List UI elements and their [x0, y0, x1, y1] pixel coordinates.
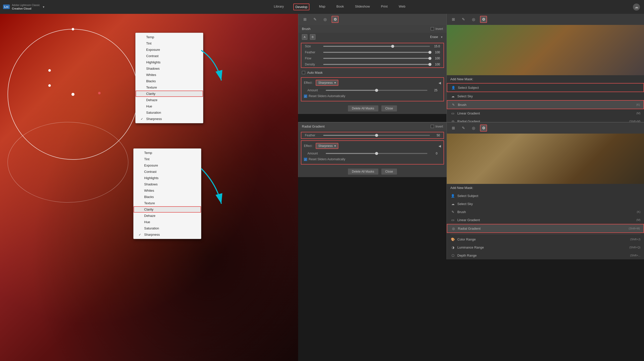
settings-icon[interactable]: ⚙ — [332, 16, 339, 23]
invert-checkbox[interactable] — [431, 27, 434, 30]
gradient-handle-2[interactable] — [48, 84, 51, 87]
linear-gradient-option[interactable]: ▭ Linear Gradient (M) — [447, 109, 644, 117]
radial-reset-checkbox[interactable]: ✓ — [304, 158, 307, 161]
circle-top-handle[interactable] — [72, 28, 74, 30]
feather-radial-thumb[interactable] — [375, 134, 378, 137]
nav-map[interactable]: Map — [317, 4, 327, 10]
radial-effect-dropdown[interactable]: Sharpness ▾ — [316, 143, 338, 149]
radial-collapse-arrow[interactable]: ◀ — [438, 144, 441, 148]
nav-slideshow[interactable]: Slideshow — [353, 4, 371, 10]
nav-web[interactable]: Web — [397, 4, 407, 10]
linear-option-bot[interactable]: ▭ Linear Gradient (M) — [447, 216, 644, 224]
eye-icon-2[interactable]: ◎ — [470, 16, 477, 23]
brush-a-button[interactable]: A — [302, 34, 307, 40]
nav-library[interactable]: Library — [272, 4, 286, 10]
menu-item-texture-bot[interactable]: Texture — [134, 200, 201, 206]
menu-item-whites-top[interactable]: Whites — [136, 72, 203, 78]
menu-item-exposure-bot[interactable]: Exposure — [134, 162, 201, 169]
menu-item-shadows-bot[interactable]: Shadows — [134, 181, 201, 187]
effect-dropdown[interactable]: Sharpness ▾ — [316, 80, 338, 86]
menu-item-clarity-bot[interactable]: Clarity — [134, 206, 201, 213]
size-slider-track[interactable] — [323, 46, 430, 47]
settings-icon-3[interactable]: ⚙ — [480, 125, 487, 132]
menu-item-saturation-bot[interactable]: Saturation — [134, 225, 201, 231]
select-sky-option[interactable]: ☁ Select Sky — [447, 92, 644, 100]
radial-amount-track[interactable] — [326, 153, 427, 154]
gradient-handle-3[interactable] — [98, 92, 101, 94]
app-logo: Lrc Adobe Lightroom Classic Creative Clo… — [0, 4, 50, 10]
feather-radial-track[interactable] — [323, 135, 430, 136]
select-subject-option[interactable]: 👤 Select Subject — [447, 83, 644, 92]
menu-item-hue-bot[interactable]: Hue — [134, 219, 201, 225]
feather-slider-thumb[interactable] — [428, 51, 431, 54]
settings-icon-2[interactable]: ⚙ — [480, 16, 487, 23]
depth-range-option[interactable]: ⬡ Depth Range (Shift+... — [447, 251, 644, 259]
menu-item-dehaze-bot[interactable]: Dehaze — [134, 213, 201, 219]
radial-amount-thumb[interactable] — [375, 152, 378, 155]
nav-develop[interactable]: Develop — [293, 4, 309, 10]
brush-b-button[interactable]: B — [310, 34, 315, 40]
brush-option-top[interactable]: ✎ Brush (K) — [447, 100, 644, 109]
nav-print[interactable]: Print — [379, 4, 389, 10]
flow-slider-thumb[interactable] — [428, 57, 431, 60]
menu-item-tint-bot[interactable]: Tint — [134, 156, 201, 162]
menu-item-clarity-top[interactable]: Clarity — [136, 91, 203, 97]
menu-item-highlights-top[interactable]: Highlights — [136, 59, 203, 65]
menu-item-highlights-bot[interactable]: Highlights — [134, 175, 201, 181]
menu-item-contrast-bot[interactable]: Contrast — [134, 169, 201, 175]
auto-mask-checkbox[interactable] — [302, 71, 305, 74]
menu-item-contrast-top[interactable]: Contrast — [136, 53, 203, 59]
menu-item-dehaze-top[interactable]: Dehaze — [136, 97, 203, 103]
density-slider-track[interactable] — [323, 64, 430, 65]
feather-slider-track[interactable] — [323, 52, 430, 53]
select-subject-option-bot[interactable]: 👤 Select Subject — [447, 192, 644, 200]
color-range-option[interactable]: 🎨 Color Range (Shift+J) — [447, 235, 644, 243]
size-slider-thumb[interactable] — [391, 45, 394, 48]
logo-dropdown-arrow[interactable]: ▾ — [43, 5, 45, 9]
close-brush-button[interactable]: Close — [381, 105, 397, 111]
crop-icon-3[interactable]: ⊞ — [450, 125, 457, 132]
luminance-option[interactable]: ◑ Luminance Range (Shift+Q) — [447, 243, 644, 251]
close-radial-button[interactable]: Close — [381, 169, 397, 175]
select-sky-option-bot[interactable]: ☁ Select Sky — [447, 200, 644, 208]
menu-item-saturation-top[interactable]: Saturation — [136, 109, 203, 116]
brush-icon-2[interactable]: ✎ — [460, 16, 467, 23]
amount-slider-track[interactable] — [326, 90, 427, 91]
brush-icon[interactable]: ✎ — [311, 16, 318, 23]
menu-item-blacks-top[interactable]: Blacks — [136, 78, 203, 84]
erase-dropdown-arrow[interactable]: ▼ — [440, 36, 443, 38]
eye-icon-3[interactable]: ◎ — [470, 125, 477, 132]
menu-item-exposure-top[interactable]: Exposure — [136, 47, 203, 53]
radial-effect-value: Sharpness — [318, 144, 333, 148]
circle-center-handle[interactable] — [71, 93, 74, 96]
cloud-icon[interactable]: ☁ — [633, 4, 640, 11]
menu-item-blacks-bot[interactable]: Blacks — [134, 194, 201, 200]
crop-icon[interactable]: ⊞ — [301, 16, 308, 23]
menu-item-hue-top[interactable]: Hue — [136, 103, 203, 109]
menu-item-shadows-top[interactable]: Shadows — [136, 65, 203, 72]
gradient-handle-1[interactable] — [48, 69, 51, 72]
density-slider-thumb[interactable] — [428, 63, 431, 66]
flow-slider-track[interactable] — [323, 58, 430, 59]
menu-item-sharpness-top[interactable]: ✓Sharpness — [136, 116, 203, 122]
radial-invert-checkbox[interactable] — [431, 125, 434, 128]
radial-gradient-circle-bottom[interactable] — [8, 122, 128, 203]
brush-icon-3[interactable]: ✎ — [460, 125, 467, 132]
reset-checkbox[interactable]: ✓ — [304, 95, 307, 98]
delete-masks-button[interactable]: Delete All Masks — [348, 105, 378, 111]
eye-icon[interactable]: ◎ — [321, 16, 329, 23]
brush-option-bot[interactable]: ✎ Brush (K) — [447, 208, 644, 216]
crop-icon-2[interactable]: ⊞ — [450, 16, 457, 23]
menu-item-sharpness-bot[interactable]: ✓Sharpness — [134, 231, 201, 238]
menu-item-temp-bot[interactable]: Temp — [134, 150, 201, 156]
menu-item-tint-top[interactable]: Tint — [136, 40, 203, 47]
menu-item-temp-top[interactable]: Temp — [136, 34, 203, 40]
nav-book[interactable]: Book — [335, 4, 345, 10]
amount-slider-thumb[interactable] — [375, 89, 378, 92]
delete-radial-masks-button[interactable]: Delete All Masks — [348, 169, 378, 175]
effect-collapse-arrow[interactable]: ◀ — [438, 81, 441, 85]
menu-item-texture-top[interactable]: Texture — [136, 84, 203, 91]
erase-button[interactable]: Erase — [430, 35, 438, 39]
menu-item-whites-bot[interactable]: Whites — [134, 187, 201, 194]
radial-option-bot[interactable]: ◎ Radial Gradient (Shift+M) — [447, 224, 644, 233]
